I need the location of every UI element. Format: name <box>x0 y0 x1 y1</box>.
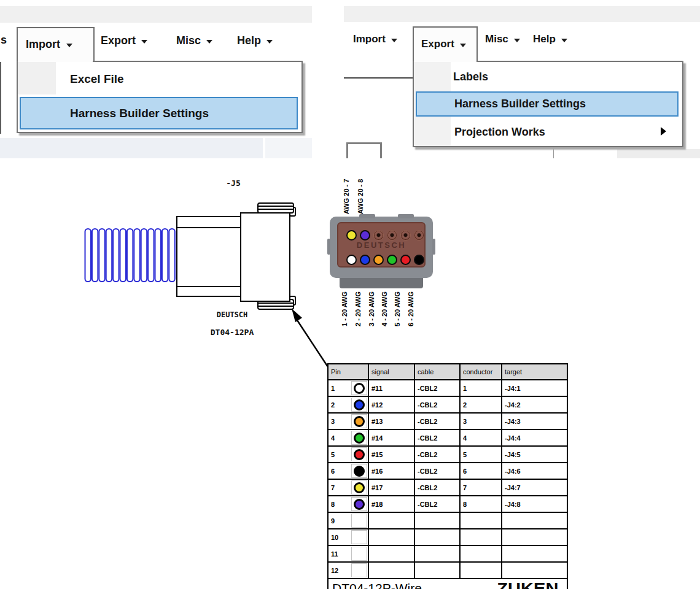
wire-dot <box>360 255 370 265</box>
wire-label-bottom-2: 2 - 20 AWG <box>354 291 362 326</box>
swatch-box <box>351 497 367 511</box>
table-footer-row: DT04-12P-Wire ZUKEN <box>328 579 567 589</box>
menuitem-harness-builder-settings[interactable]: Harness Builder Settings <box>416 91 679 117</box>
empty-cavity <box>400 230 411 241</box>
background-box-fragment <box>346 142 382 158</box>
table-row: 10 <box>328 529 567 545</box>
table-row: 8#18-CBL28-J4:8 <box>328 496 567 512</box>
cavity-row-top <box>346 230 424 241</box>
table-row: 2#12-CBL22-J4:2 <box>328 396 567 413</box>
menuitem-excel-file[interactable]: Excel File <box>70 63 124 95</box>
wire-dot <box>360 230 370 241</box>
wire-dot <box>414 255 424 265</box>
connector-photo: DEUTSCH <box>330 217 433 278</box>
wire-label-bottom-6: 6 - 20 AWG <box>407 291 414 326</box>
wire-color-swatch <box>354 499 365 510</box>
import-dropdown-menu: Excel File Harness Builder Settings <box>17 61 303 133</box>
connector-photo-base <box>340 278 423 288</box>
menu-export[interactable]: Export <box>101 31 147 50</box>
export-dropdown-menu: Labels Harness Builder Settings Projecti… <box>413 61 683 147</box>
menuitem-harness-builder-settings[interactable]: Harness Builder Settings <box>20 97 298 129</box>
swatch-box <box>351 514 367 528</box>
truncated-menu-text: s <box>1 34 7 47</box>
submenu-arrow-icon <box>661 127 666 136</box>
table-row: 6#16-CBL26-J4:6 <box>328 463 567 479</box>
swatch-box <box>351 414 367 428</box>
menu-export-label: Export <box>421 38 454 50</box>
wire-color-swatch <box>354 466 365 477</box>
connector-reference-label: -J5 <box>218 179 249 188</box>
photo-latch-tab <box>359 214 375 218</box>
wire-dot <box>346 230 357 241</box>
table-header-row: Pin signal cable conductor target <box>328 364 567 380</box>
background-panel-right <box>617 149 700 158</box>
wire-color-swatch <box>354 399 365 410</box>
menu-help[interactable]: Help <box>533 29 567 49</box>
screenshot-canvas: s Import Export Misc Help Excel File Har… <box>0 0 700 589</box>
menu-help[interactable]: Help <box>237 31 273 50</box>
leader-arrow <box>287 306 333 370</box>
table-row: 11 <box>328 545 567 562</box>
col-header-conductor: conductor <box>460 364 502 380</box>
chevron-down-icon <box>460 44 466 47</box>
pin-assignment-table: Pin signal cable conductor target 1#11-C… <box>327 363 568 589</box>
table-row: 12 <box>328 562 567 579</box>
wire-color-swatch <box>354 482 365 493</box>
toolbar-strip-right <box>344 6 700 22</box>
brand-embossed-text: DEUTSCH <box>338 241 424 250</box>
empty-cavity <box>387 230 397 241</box>
background-panel-left <box>0 138 263 158</box>
wire-dot <box>400 255 411 265</box>
menuitem-projection-works[interactable]: Projection Works <box>454 118 545 145</box>
table-row: 1#11-CBL21-J4:1 <box>328 380 567 396</box>
wire-dot <box>387 255 397 265</box>
menu-import[interactable]: Import <box>353 29 397 49</box>
chevron-down-icon <box>66 44 72 47</box>
wire-label-bottom-5: 5 - 20 AWG <box>394 291 401 326</box>
wire-dot <box>373 255 384 265</box>
part-number-label: DT04-12PA <box>195 328 269 337</box>
chevron-down-icon <box>514 39 520 42</box>
wire-color-swatch <box>354 383 365 394</box>
table-title: DT04-12P-Wire <box>332 581 422 589</box>
menu-misc[interactable]: Misc <box>485 29 520 49</box>
wire-label-top-2: AWG 20 - 8 <box>357 179 364 214</box>
wire-label-top-1: AWG 20 - 7 <box>343 179 350 214</box>
col-header-signal: signal <box>368 364 414 380</box>
menu-icon-gutter <box>18 62 56 94</box>
swatch-box <box>351 464 367 478</box>
background-panel-left-2 <box>265 138 312 158</box>
menu-import-open[interactable]: Import <box>17 27 95 61</box>
col-header-cable: cable <box>414 364 460 380</box>
table-row: 3#13-CBL23-J4:3 <box>328 413 567 429</box>
chevron-down-icon <box>141 40 147 44</box>
swatch-box <box>351 398 367 412</box>
swatch-box <box>351 447 367 461</box>
connector-body-drawing <box>175 199 307 313</box>
wire-color-swatch <box>354 416 365 427</box>
background-edge-right <box>344 77 413 79</box>
connector-face: DEUTSCH <box>337 222 426 268</box>
empty-cavity <box>414 230 424 241</box>
swatch-box <box>351 381 367 395</box>
table-row: 9 <box>328 512 567 529</box>
chevron-down-icon <box>391 39 397 42</box>
cavity-row-bottom <box>346 255 424 265</box>
menuitem-labels[interactable]: Labels <box>453 63 488 90</box>
photo-side-bump <box>432 239 435 255</box>
menu-misc[interactable]: Misc <box>176 31 212 50</box>
menu-import-label: Import <box>26 38 60 51</box>
chevron-down-icon <box>266 40 273 44</box>
col-header-target: target <box>502 364 567 380</box>
window-edge-left <box>0 62 1 134</box>
swatch-box <box>351 547 367 561</box>
table-row: 5#15-CBL25-J4:5 <box>328 446 567 463</box>
chevron-down-icon <box>206 40 212 44</box>
chevron-down-icon <box>561 39 567 42</box>
swatch-box <box>351 480 367 495</box>
table-row: 4#14-CBL24-J4:4 <box>328 429 567 446</box>
table-row: 7#17-CBL27-J4:7 <box>328 479 567 496</box>
menu-export-open[interactable]: Export <box>413 26 478 61</box>
corrugated-tube-drawing <box>84 228 177 284</box>
col-header-pin: Pin <box>328 364 368 380</box>
